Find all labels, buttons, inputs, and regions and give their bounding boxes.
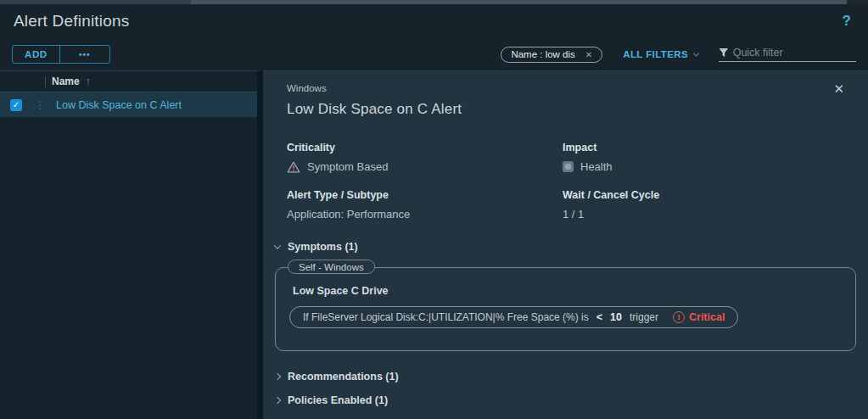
funnel-icon <box>719 47 729 58</box>
symptom-group: Self - Windows Low Space C Drive If File… <box>275 267 856 351</box>
symptom-name: Low Space C Drive <box>293 285 842 297</box>
alert-detail-panel: ✕ Windows Low Disk Space on C Alert Crit… <box>263 70 868 419</box>
detail-fields: Criticality Symptom Based Impact <box>287 142 868 221</box>
field-alert-type: Alert Type / Subtype Application: Perfor… <box>287 189 563 221</box>
quick-filter-input[interactable] <box>733 47 856 59</box>
chevron-down-icon <box>274 242 281 249</box>
alert-name-link[interactable]: Low Disk Space on C Alert <box>56 99 182 111</box>
wait-cancel-value: 1 / 1 <box>563 208 584 221</box>
all-filters-label: ALL FILTERS <box>623 49 688 59</box>
field-criticality: Criticality Symptom Based <box>287 142 563 173</box>
field-impact: Impact Health <box>563 142 868 173</box>
criticality-value: Symptom Based <box>307 160 388 173</box>
filter-chip-label: Name : low dis <box>511 49 574 59</box>
recommendations-header: Recommendations (1) <box>288 371 399 383</box>
condition-suffix: trigger <box>630 311 658 323</box>
severity-badge: ! Critical <box>673 311 725 323</box>
check-icon: ✓ <box>13 101 20 109</box>
health-badge-icon <box>563 161 574 172</box>
field-label: Impact <box>563 142 868 154</box>
toolbar-filters: Name : low dis ✕ ALL FILTERS <box>501 47 856 63</box>
field-label: Criticality <box>287 142 563 154</box>
table-row[interactable]: ✓ ⋮ Low Disk Space on C Alert <box>0 92 257 117</box>
condition-operator: < <box>596 311 602 323</box>
field-label: Wait / Cancel Cycle <box>563 189 868 201</box>
symptoms-header: Symptoms (1) <box>288 241 358 253</box>
close-icon[interactable]: ✕ <box>833 81 844 97</box>
symptom-group-label: Self - Windows <box>288 260 375 274</box>
toolbar: ADD ••• Name : low dis ✕ ALL FILTERS <box>0 38 868 70</box>
name-column-label: Name <box>52 75 80 87</box>
add-button[interactable]: ADD <box>12 45 60 64</box>
field-value: Application: Performance <box>287 208 563 221</box>
ellipsis-icon: ••• <box>79 50 91 59</box>
table-header-row: Name ↑ <box>0 71 257 92</box>
chevron-right-icon <box>274 373 281 380</box>
alert-type-value: Application: Performance <box>287 208 410 221</box>
selection-column-header <box>0 76 46 87</box>
filter-chip[interactable]: Name : low dis ✕ <box>501 47 602 63</box>
policies-header: Policies Enabled (1) <box>288 394 388 406</box>
page-header: Alert Definitions ? <box>0 4 868 38</box>
name-column-header[interactable]: Name ↑ <box>46 75 91 87</box>
condition-prefix: If FileServer Logical Disk:C:|UTILIZATIO… <box>303 311 589 323</box>
symptom-condition: If FileServer Logical Disk:C:|UTILIZATIO… <box>289 306 738 328</box>
warning-triangle-icon <box>287 161 300 173</box>
all-filters-button[interactable]: ALL FILTERS <box>623 49 698 59</box>
field-label: Alert Type / Subtype <box>287 189 563 201</box>
quick-filter <box>719 47 856 62</box>
section-policies-toggle[interactable]: Policies Enabled (1) <box>275 388 868 412</box>
field-wait-cancel: Wait / Cancel Cycle 1 / 1 <box>563 189 868 221</box>
object-type-label: Windows <box>287 83 868 93</box>
field-value: Health <box>563 160 868 173</box>
critical-exclamation-icon: ! <box>673 311 685 323</box>
page-title: Alert Definitions <box>14 12 129 31</box>
section-notifications-toggle[interactable]: Notifications (1) <box>275 412 868 419</box>
detail-title: Low Disk Space on C Alert <box>287 101 868 118</box>
row-kebab-menu-icon[interactable]: ⋮ <box>35 99 45 111</box>
remove-filter-icon[interactable]: ✕ <box>585 50 592 59</box>
row-checkbox[interactable]: ✓ <box>10 99 22 111</box>
alert-list-panel: Name ↑ ✓ ⋮ Low Disk Space on C Alert <box>0 70 263 419</box>
add-split-button: ADD ••• <box>12 45 110 64</box>
section-symptoms-toggle[interactable]: Symptoms (1) <box>275 241 868 253</box>
condition-value: 10 <box>610 311 622 323</box>
field-value: Symptom Based <box>287 160 563 173</box>
section-recommendations-toggle[interactable]: Recommendations (1) <box>275 365 868 388</box>
chevron-down-icon <box>693 50 699 56</box>
severity-label: Critical <box>689 311 725 323</box>
impact-value: Health <box>580 160 613 173</box>
alert-definitions-page: Alert Definitions ? ADD ••• Name : low d… <box>0 0 868 419</box>
content-area: Name ↑ ✓ ⋮ Low Disk Space on C Alert ✕ W… <box>0 70 868 419</box>
sort-ascending-icon[interactable]: ↑ <box>86 75 91 87</box>
more-actions-button[interactable]: ••• <box>59 45 110 64</box>
field-value: 1 / 1 <box>563 208 868 221</box>
collapsed-sections: Recommendations (1) Policies Enabled (1)… <box>263 365 868 419</box>
help-icon[interactable]: ? <box>843 13 854 30</box>
chevron-right-icon <box>274 397 281 404</box>
